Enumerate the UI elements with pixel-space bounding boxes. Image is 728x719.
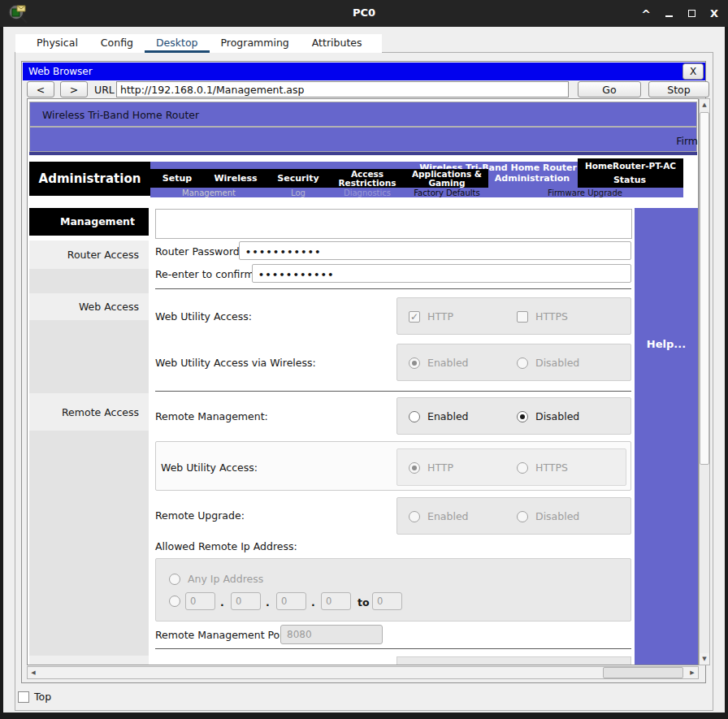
upgrade-enabled-option: Enabled: [409, 510, 469, 522]
tab-programming[interactable]: Programming: [210, 34, 301, 53]
tab-config[interactable]: Config: [89, 34, 145, 53]
nav-section-title: Administration: [29, 162, 150, 196]
ip-octet-1: 0: [185, 592, 215, 610]
tab-attributes[interactable]: Attributes: [301, 34, 374, 53]
remote-web-utility-label: Web Utility Access:: [161, 461, 258, 474]
remote-management-group: Enabled Disabled: [396, 397, 631, 435]
remote-http-option: HTTP: [409, 461, 453, 474]
remote-http-label: HTTP: [427, 461, 453, 474]
remote-mgmt-disabled-option[interactable]: Disabled: [517, 410, 579, 422]
scroll-left-icon[interactable]: ◀: [28, 667, 39, 678]
banner-bottom-strip: [29, 152, 697, 155]
remote-mgmt-disabled-radio-icon[interactable]: [517, 411, 528, 422]
remote-upgrade-group: Enabled Disabled: [396, 497, 631, 535]
sidebar-spacer: [29, 656, 149, 665]
vertical-scrollbar-thumb[interactable]: [700, 112, 709, 465]
nav-item-access-restrictions[interactable]: Access Restrictions: [328, 170, 406, 188]
banner-firmware-text: Firm: [676, 135, 698, 147]
remote-mgmt-enabled-radio-icon[interactable]: [409, 411, 420, 422]
sidebar-item-management[interactable]: Management: [29, 208, 149, 236]
window-restore-down-icon[interactable]: ^: [640, 8, 652, 19]
subnav-management[interactable]: Management: [182, 188, 236, 197]
tab-desktop[interactable]: Desktop: [145, 34, 210, 53]
wireless-enabled-radio-icon: [409, 357, 420, 369]
browser-close-button[interactable]: X: [682, 63, 704, 80]
ip-range-end: 0: [372, 592, 402, 610]
top-checkbox-label: Top: [34, 691, 51, 703]
top-checkbox[interactable]: [18, 691, 29, 703]
http-checkbox-checked-icon: ✓: [409, 311, 420, 323]
wireless-disabled-radio-icon: [517, 357, 528, 369]
separator: [155, 648, 631, 649]
pc0-window: PC0 ^ X Physical Config Desktop Programm…: [0, 0, 728, 719]
scroll-down-icon[interactable]: ▼: [700, 653, 709, 665]
upgrade-enabled-label: Enabled: [427, 510, 469, 522]
any-ip-option: Any Ip Address: [169, 573, 263, 585]
remote-https-label: HTTPS: [535, 461, 568, 474]
tab-bar: Physical Config Desktop Programming Attr…: [15, 34, 382, 53]
web-utility-wireless-label: Web Utility Access via Wireless:: [155, 357, 316, 369]
ip-to-label: to: [358, 596, 370, 609]
browser-title: Web Browser: [28, 66, 93, 77]
url-input[interactable]: [116, 81, 569, 97]
nav-item-wireless[interactable]: Wireless: [214, 174, 257, 183]
nav-item-setup[interactable]: Setup: [162, 174, 192, 183]
subnav-log[interactable]: Log: [291, 188, 306, 197]
stop-button[interactable]: Stop: [648, 81, 709, 97]
forward-button[interactable]: >: [60, 81, 88, 97]
horizontal-scrollbar-thumb[interactable]: [603, 667, 683, 678]
ip-dot: .: [311, 596, 315, 609]
page-viewport: Wireless Tri-Band Home Router Firm Admin…: [27, 98, 699, 665]
subnav-diagnostics[interactable]: Diagnostics: [344, 188, 391, 197]
ip-dot: .: [266, 596, 270, 609]
remote-upgrade-label: Remote Upgrade:: [155, 509, 245, 522]
remote-port-label: Remote Management Port:: [155, 629, 292, 641]
remote-mgmt-enabled-label: Enabled: [427, 410, 469, 422]
sidebar-item-remote-access[interactable]: Remote Access: [29, 393, 149, 431]
any-ip-radio-icon: [169, 574, 180, 585]
go-button[interactable]: Go: [578, 81, 641, 97]
scroll-right-icon[interactable]: ▶: [687, 667, 698, 678]
reenter-password-label: Re-enter to confirm:: [155, 268, 258, 280]
https-checkbox-icon: [517, 311, 528, 323]
remote-mgmt-enabled-option[interactable]: Enabled: [409, 410, 469, 422]
nav-item-applications-gaming[interactable]: Applications & Gaming: [408, 170, 486, 188]
description-box: [155, 209, 632, 239]
any-ip-label: Any Ip Address: [188, 573, 263, 585]
nav-item-administration[interactable]: Administration: [495, 174, 570, 183]
banner-row-bottom: Firm: [30, 128, 696, 151]
http-option: ✓ HTTP: [409, 310, 453, 323]
browser-toolbar: < > URL Go Stop: [23, 80, 705, 98]
remote-https-option: HTTPS: [517, 461, 568, 474]
wireless-disabled-label: Disabled: [535, 357, 579, 369]
window-maximize-icon[interactable]: [686, 8, 697, 19]
scroll-up-icon[interactable]: ▲: [700, 99, 709, 110]
window-titlebar: PC0 ^ X: [0, 0, 728, 27]
back-button[interactable]: <: [27, 81, 54, 97]
help-panel[interactable]: Help...: [635, 208, 698, 665]
upgrade-disabled-radio-icon: [517, 511, 528, 522]
router-password-label: Router Password:: [155, 245, 243, 258]
nav-device-name: HomeRouter-PT-AC: [578, 161, 683, 171]
specific-ip-radio-icon: [169, 596, 180, 607]
window-minimize-icon[interactable]: [663, 8, 674, 19]
sidebar-item-router-access[interactable]: Router Access: [29, 240, 149, 269]
subnav-firmware-upgrade[interactable]: Firmware Upgrade: [548, 188, 622, 197]
nav-item-status[interactable]: Status: [613, 175, 646, 184]
upgrade-enabled-radio-icon: [409, 511, 420, 522]
sidebar-spacer: [29, 269, 149, 293]
help-label[interactable]: Help...: [635, 338, 698, 350]
ip-octet-2: 0: [231, 592, 261, 610]
remote-port-field: 8080: [280, 625, 383, 644]
banner-title: Wireless Tri-Band Home Router: [42, 109, 199, 121]
vertical-scrollbar[interactable]: ▲ ▼: [699, 98, 710, 665]
window-close-icon[interactable]: X: [708, 8, 720, 19]
nav-item-security[interactable]: Security: [277, 174, 318, 183]
tab-physical[interactable]: Physical: [25, 34, 89, 53]
wireless-enabled-option: Enabled: [409, 357, 469, 369]
subnav-factory-defaults[interactable]: Factory Defaults: [414, 188, 479, 197]
router-password-field[interactable]: •••••••••••: [239, 241, 631, 260]
reenter-password-field[interactable]: •••••••••••: [252, 264, 631, 283]
horizontal-scrollbar[interactable]: ◀ ▶: [27, 666, 699, 679]
sidebar-item-web-access[interactable]: Web Access: [29, 293, 149, 320]
